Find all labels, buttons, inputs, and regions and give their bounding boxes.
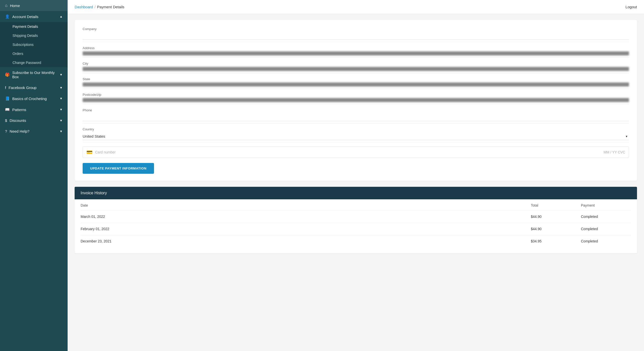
- invoice-date: December 23, 2021: [81, 235, 531, 247]
- sidebar-patterns-label: Patterns: [12, 108, 26, 112]
- country-select-wrapper: United States Canada United Kingdom: [83, 133, 629, 140]
- page-content: Company Address ■■■■■■■■ ■■ ■■■■ ■■■■ ■■…: [68, 14, 644, 351]
- country-field: Country United States Canada United King…: [83, 127, 629, 142]
- invoice-body: Date Total Payment March 01, 2022 $44.90…: [75, 199, 637, 253]
- card-meta-placeholder: MM / YY CVC: [603, 150, 625, 154]
- sidebar-needhelp-header[interactable]: ? Need Help? ▼: [0, 126, 68, 137]
- invoice-date: March 01, 2022: [81, 211, 531, 223]
- breadcrumb-current-page: Payment Details: [97, 5, 124, 9]
- sidebar-item-shipping-details[interactable]: Shipping Details: [0, 31, 68, 40]
- sidebar-item-subscriptions[interactable]: Subscriptions: [0, 40, 68, 49]
- sidebar-item-change-password[interactable]: Change Password: [0, 58, 68, 67]
- sidebar-item-payment-details[interactable]: Payment Details: [0, 22, 68, 31]
- address-field: Address ■■■■■■■■ ■■ ■■■■ ■■■■ ■■ ■■■: [83, 46, 629, 58]
- sidebar-account-details-label: Account Details: [12, 15, 38, 19]
- sidebar-item-home[interactable]: ⌂ Home: [0, 0, 68, 11]
- chevron-down-icon-fb: ▼: [60, 86, 63, 90]
- sidebar-home-label: Home: [10, 4, 20, 8]
- sidebar: ⌂ Home 👤 Account Details ▲ Payment Detai…: [0, 0, 68, 351]
- chevron-up-icon: ▲: [60, 15, 63, 18]
- state-label: State: [83, 77, 629, 81]
- sidebar-account-sub-items: Payment Details Shipping Details Subscri…: [0, 22, 68, 67]
- payment-form-card: Company Address ■■■■■■■■ ■■ ■■■■ ■■■■ ■■…: [75, 20, 637, 181]
- address-value: ■■■■■■■■ ■■ ■■■■ ■■■■ ■■ ■■■: [83, 51, 629, 55]
- sidebar-needhelp-label: Need Help?: [10, 129, 29, 133]
- phone-field: Phone: [83, 108, 629, 123]
- invoice-total: $44.90: [531, 211, 581, 223]
- col-total-header: Total: [531, 199, 581, 211]
- company-field: Company: [83, 27, 629, 42]
- phone-label: Phone: [83, 108, 629, 112]
- postcode-field: Postcode/zip ■■■■■: [83, 93, 629, 104]
- table-row: March 01, 2022 $44.90 Completed: [81, 211, 631, 223]
- gift-icon: 🎁: [5, 72, 10, 77]
- city-field: City ■■■ ■■■■: [83, 62, 629, 73]
- invoice-payment-status: Completed: [581, 223, 631, 235]
- city-label: City: [83, 62, 629, 65]
- home-icon: ⌂: [5, 3, 8, 8]
- topbar: Dashboard / Payment Details Logout: [68, 0, 644, 14]
- patterns-icon: 📖: [5, 107, 10, 112]
- user-icon: 👤: [5, 14, 10, 19]
- update-payment-button[interactable]: UPDATE PAYMENT INFORMATION: [83, 163, 154, 174]
- breadcrumb-dashboard-link[interactable]: Dashboard: [75, 5, 93, 9]
- logout-button[interactable]: Logout: [625, 5, 637, 9]
- table-row: February 01, 2022 $44.90 Completed: [81, 223, 631, 235]
- invoice-title: Invoice History: [81, 191, 107, 195]
- invoice-header: Invoice History: [75, 187, 637, 199]
- invoice-total: $34.95: [531, 235, 581, 247]
- city-value: ■■■ ■■■■: [83, 67, 629, 71]
- sidebar-discounts-header[interactable]: $ Discounts ▼: [0, 115, 68, 126]
- chevron-down-icon: ▼: [60, 73, 63, 76]
- postcode-value: ■■■■■: [83, 98, 629, 102]
- sidebar-subscribe-label: Subscribe to Our Monthly Box: [12, 70, 57, 79]
- invoice-table: Date Total Payment March 01, 2022 $44.90…: [81, 199, 631, 247]
- sidebar-account-details-header[interactable]: 👤 Account Details ▲: [0, 11, 68, 22]
- country-select[interactable]: United States Canada United Kingdom: [83, 133, 629, 140]
- invoice-date: February 01, 2022: [81, 223, 531, 235]
- card-number-placeholder: Card number: [95, 150, 601, 154]
- sidebar-subscribe-header[interactable]: 🎁 Subscribe to Our Monthly Box ▼: [0, 67, 68, 82]
- breadcrumb-separator: /: [94, 5, 95, 9]
- book-icon: 📘: [5, 96, 10, 101]
- main-content: Dashboard / Payment Details Logout Compa…: [68, 0, 644, 351]
- address-label: Address: [83, 46, 629, 50]
- col-payment-header: Payment: [581, 199, 631, 211]
- invoice-payment-status: Completed: [581, 211, 631, 223]
- sidebar-facebook-header[interactable]: f Facebook Group ▼: [0, 82, 68, 93]
- sidebar-patterns-header[interactable]: 📖 Patterns ▼: [0, 104, 68, 115]
- sidebar-item-orders[interactable]: Orders: [0, 49, 68, 58]
- postcode-label: Postcode/zip: [83, 93, 629, 97]
- credit-card-icon: 💳: [86, 149, 93, 155]
- state-value: ■■ ■■■■: [83, 82, 629, 86]
- company-input[interactable]: [83, 32, 629, 40]
- chevron-down-icon-patterns: ▼: [60, 108, 63, 111]
- sidebar-discounts-label: Discounts: [10, 118, 26, 123]
- invoice-payment-status: Completed: [581, 235, 631, 247]
- chevron-down-icon-discounts: ▼: [60, 119, 63, 122]
- state-field: State ■■ ■■■■: [83, 77, 629, 89]
- phone-input[interactable]: [83, 114, 629, 121]
- sidebar-basics-label: Basics of Crocheting: [12, 97, 47, 101]
- discount-icon: $: [5, 118, 7, 123]
- facebook-icon: f: [5, 85, 6, 90]
- sidebar-basics-header[interactable]: 📘 Basics of Crocheting ▼: [0, 93, 68, 104]
- invoice-total: $44.90: [531, 223, 581, 235]
- sidebar-facebook-label: Facebook Group: [9, 85, 37, 90]
- chevron-down-icon-basics: ▼: [60, 97, 63, 100]
- invoice-history-card: Invoice History Date Total Payment March…: [75, 187, 637, 253]
- chevron-down-icon-help: ▼: [60, 130, 63, 133]
- country-label: Country: [83, 127, 629, 131]
- card-input-row[interactable]: 💳 Card number MM / YY CVC: [83, 146, 629, 158]
- table-row: December 23, 2021 $34.95 Completed: [81, 235, 631, 247]
- help-icon: ?: [5, 129, 7, 133]
- col-date-header: Date: [81, 199, 531, 211]
- breadcrumb: Dashboard / Payment Details: [75, 5, 124, 9]
- company-label: Company: [83, 27, 629, 31]
